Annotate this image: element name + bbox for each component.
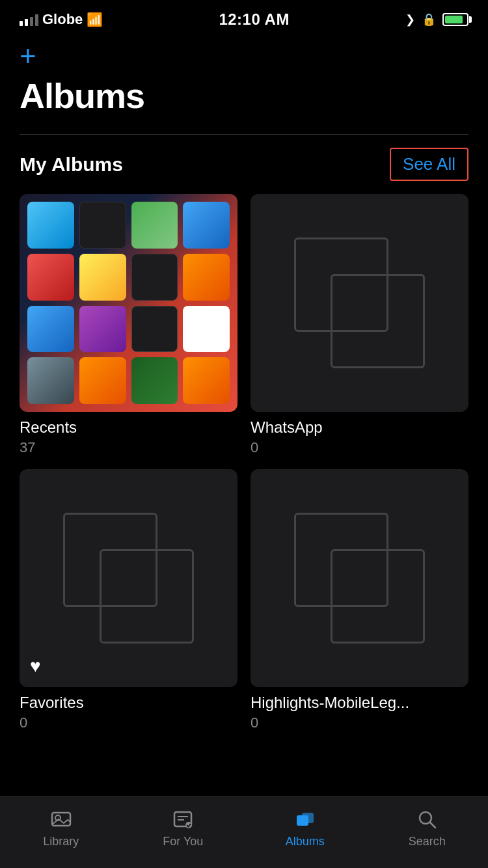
album-highlights-name: Highlights-MobileLeg... bbox=[251, 694, 468, 712]
placeholder-rect-front-fav bbox=[100, 549, 194, 644]
placeholder-rect-front-hl bbox=[331, 549, 425, 644]
app-mail bbox=[27, 202, 74, 249]
app-notes bbox=[79, 254, 126, 301]
albums-grid: Recents 37 WhatsApp 0 ♥ Favo bbox=[20, 194, 468, 731]
wifi-icon: 📶 bbox=[87, 12, 103, 27]
tab-for-you[interactable]: For You bbox=[122, 805, 245, 848]
tab-albums-label: Albums bbox=[286, 835, 325, 848]
album-favorites[interactable]: ♥ Favorites 0 bbox=[20, 469, 237, 731]
svg-rect-7 bbox=[302, 813, 314, 823]
see-all-button[interactable]: See All bbox=[390, 148, 468, 181]
app-home bbox=[79, 357, 126, 404]
favorites-heart-icon: ♥ bbox=[30, 656, 41, 677]
album-favorites-thumb: ♥ bbox=[20, 469, 237, 687]
search-icon bbox=[415, 807, 439, 831]
foryou-icon bbox=[171, 807, 195, 831]
album-recents[interactable]: Recents 37 bbox=[20, 194, 237, 456]
album-highlights-thumb bbox=[251, 469, 468, 687]
status-bar: Globe 📶 12:10 AM ❯ 🔒 bbox=[0, 0, 488, 35]
section-divider bbox=[20, 134, 468, 135]
status-left: Globe 📶 bbox=[20, 11, 103, 28]
app-weather bbox=[183, 202, 230, 249]
app-stocks bbox=[131, 254, 178, 301]
app-tv bbox=[131, 306, 178, 353]
placeholder-icon bbox=[294, 237, 425, 368]
album-whatsapp-count: 0 bbox=[251, 439, 468, 456]
main-content: + Albums My Albums See All bbox=[0, 35, 488, 796]
status-right: ❯ 🔒 bbox=[405, 12, 468, 27]
carrier-name: Globe bbox=[42, 11, 83, 28]
app-reminders bbox=[27, 254, 74, 301]
placeholder-icon-hl bbox=[294, 513, 425, 644]
album-recents-thumb bbox=[20, 194, 237, 412]
album-favorites-count: 0 bbox=[20, 714, 237, 731]
placeholder-icon-fav bbox=[63, 513, 194, 644]
battery bbox=[442, 13, 468, 26]
album-whatsapp[interactable]: WhatsApp 0 bbox=[251, 194, 468, 456]
album-favorites-name: Favorites bbox=[20, 694, 237, 712]
app-wallet bbox=[131, 357, 178, 404]
tab-for-you-label: For You bbox=[163, 835, 203, 848]
app-clock bbox=[79, 202, 126, 249]
svg-line-9 bbox=[430, 822, 435, 828]
signal-bars bbox=[20, 13, 38, 26]
app-appstore bbox=[27, 306, 74, 353]
page-title: Albums bbox=[20, 75, 468, 116]
tab-search[interactable]: Search bbox=[366, 805, 489, 848]
album-recents-count: 37 bbox=[20, 439, 237, 456]
lock-icon: 🔒 bbox=[422, 12, 436, 27]
tab-bar: Library For You Albums Search bbox=[0, 796, 488, 868]
placeholder-rect-front bbox=[331, 274, 425, 368]
add-button[interactable]: + bbox=[20, 42, 468, 70]
app-slides bbox=[183, 357, 230, 404]
album-highlights[interactable]: Highlights-MobileLeg... 0 bbox=[251, 469, 468, 731]
my-albums-header: My Albums See All bbox=[20, 148, 468, 181]
tab-search-label: Search bbox=[409, 835, 446, 848]
app-books bbox=[183, 254, 230, 301]
tab-library[interactable]: Library bbox=[0, 805, 122, 848]
album-whatsapp-name: WhatsApp bbox=[251, 418, 468, 437]
album-whatsapp-thumb bbox=[251, 194, 468, 412]
tab-library-label: Library bbox=[43, 835, 79, 848]
app-podcasts bbox=[79, 306, 126, 353]
tab-albums[interactable]: Albums bbox=[244, 805, 366, 848]
app-settings bbox=[27, 357, 74, 404]
album-highlights-count: 0 bbox=[251, 714, 468, 731]
album-recents-name: Recents bbox=[20, 418, 237, 437]
library-icon bbox=[49, 807, 73, 831]
location-icon: ❯ bbox=[405, 12, 415, 27]
time-display: 12:10 AM bbox=[219, 10, 289, 29]
app-maps bbox=[131, 202, 178, 249]
app-health bbox=[183, 306, 230, 353]
section-title: My Albums bbox=[20, 154, 123, 176]
albums-icon bbox=[293, 807, 317, 831]
svg-point-5 bbox=[185, 822, 192, 828]
